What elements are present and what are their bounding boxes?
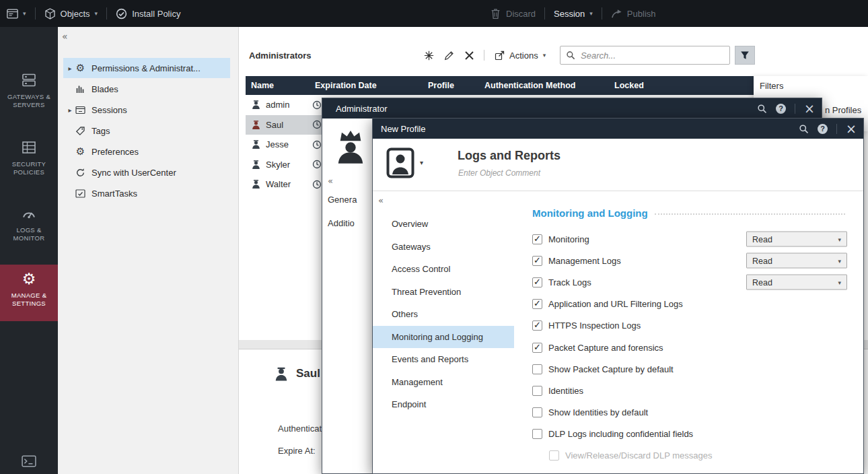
search-icon[interactable]: [799, 124, 809, 134]
actions-export-icon: [495, 50, 505, 61]
caret-down-icon[interactable]: ▾: [420, 159, 423, 166]
sidebar-item-logs-monitor[interactable]: LOGS & MONITOR: [0, 199, 58, 253]
permission-dropdown[interactable]: Read▾: [746, 275, 847, 290]
option-row[interactable]: ✓Management LogsRead▾: [532, 250, 846, 271]
checkbox-monitoring[interactable]: ✓: [532, 234, 542, 244]
admin-name: Skyler: [266, 160, 290, 170]
admin-name: admin: [266, 100, 289, 110]
profile-nav-access-control[interactable]: Access Control: [373, 258, 514, 281]
option-row[interactable]: ✓Packet Capture and forensics: [532, 337, 846, 358]
nav-item-tags[interactable]: Tags: [63, 121, 230, 141]
checkbox-application-and-url-filtering-logs[interactable]: ✓: [532, 299, 542, 309]
column-header-expiration-date[interactable]: Expiration Date: [310, 76, 423, 95]
checkbox-show-identities-by-default[interactable]: [532, 407, 542, 417]
install-policy-label: Install Policy: [132, 9, 180, 19]
sidebar-item-gateways-servers[interactable]: GATEWAYS & SERVERS: [0, 66, 58, 120]
profile-nav-endpoint[interactable]: Endpoint: [373, 393, 514, 416]
section-heading: Monitoring and Logging: [532, 207, 648, 219]
tag-icon: [75, 126, 85, 136]
sync-icon: [75, 168, 85, 178]
profile-nav-monitoring-and-logging[interactable]: Monitoring and Logging: [373, 326, 514, 349]
checkbox-identities[interactable]: [532, 386, 542, 396]
option-row[interactable]: ✓HTTPS Inspection Logs: [532, 315, 846, 337]
option-row[interactable]: Show Identities by default: [532, 402, 846, 424]
option-row[interactable]: Identities: [532, 380, 846, 401]
checkbox-view-release-discard-dlp-messages[interactable]: [549, 450, 559, 461]
filter-button[interactable]: [735, 46, 755, 65]
divider: [795, 104, 795, 114]
publish-button[interactable]: Publish: [604, 0, 663, 27]
profile-badge-icon[interactable]: [386, 146, 414, 180]
search-icon[interactable]: [757, 104, 767, 114]
option-row[interactable]: ✓Track LogsRead▾: [532, 271, 846, 293]
column-header-authentication-method[interactable]: Authentication Method: [479, 76, 609, 95]
expiration-clock-icon: [312, 100, 322, 110]
profile-nav-threat-prevention[interactable]: Threat Prevention: [373, 281, 514, 304]
nav-item-permissions-administrat[interactable]: ▸⚙Permissions & Administrat...: [63, 58, 230, 78]
actions-menu-button[interactable]: Actions ▾: [489, 46, 551, 65]
collapse-dialog-nav-button[interactable]: «: [328, 176, 333, 186]
checkbox-management-logs[interactable]: ✓: [532, 256, 542, 266]
divider: [35, 7, 36, 20]
nav-item-label: SmartTasks: [92, 189, 137, 199]
profile-nav-management[interactable]: Management: [373, 371, 514, 394]
permission-dropdown[interactable]: Read▾: [746, 253, 847, 269]
checkmark-icon: ✓: [534, 320, 541, 330]
collapse-dialog-nav-button[interactable]: «: [378, 195, 384, 205]
column-header-profile[interactable]: Profile: [423, 76, 479, 95]
new-button[interactable]: [419, 46, 439, 65]
checkbox-track-logs[interactable]: ✓: [532, 277, 542, 287]
search-input[interactable]: [560, 46, 730, 65]
nav-item-label: Sync with UserCenter: [92, 168, 176, 178]
checkbox-show-packet-capture-by-default[interactable]: [532, 364, 542, 374]
nav-item-sessions[interactable]: ▸Sessions: [63, 100, 230, 120]
option-row[interactable]: View/Release/Discard DLP messages: [532, 445, 846, 467]
terminal-icon[interactable]: [22, 455, 36, 467]
objects-cube-icon: [44, 8, 56, 20]
sidebar-item-security-policies[interactable]: SECURITY POLICIES: [0, 133, 58, 187]
option-row[interactable]: Show Packet Capture by default: [532, 358, 846, 380]
close-icon[interactable]: ×: [804, 104, 815, 114]
help-icon[interactable]: ?: [776, 104, 786, 114]
permission-dropdown[interactable]: Read▾: [746, 232, 847, 247]
new-icon: [424, 50, 434, 61]
collapse-panel-button[interactable]: «: [62, 31, 68, 42]
objects-menu-button[interactable]: Objects ▾: [38, 0, 105, 27]
option-row[interactable]: ✓Application and URL Filtering Logs: [532, 294, 846, 315]
column-header-name[interactable]: Name: [246, 76, 310, 95]
main-menu-button[interactable]: ▾: [0, 0, 33, 27]
checkmark-icon: ✓: [534, 234, 541, 244]
profiles-item-fragment[interactable]: n Profiles: [825, 105, 861, 115]
profile-nav-overview[interactable]: Overview: [373, 213, 514, 236]
nav-item-smarttasks[interactable]: SmartTasks: [63, 183, 230, 203]
profile-nav-gateways[interactable]: Gateways: [373, 236, 514, 259]
checkbox-packet-capture-and-forensics[interactable]: ✓: [532, 343, 542, 353]
admin-dialog-nav-genera[interactable]: Genera: [328, 195, 357, 205]
edit-button[interactable]: [439, 46, 459, 65]
session-menu-button[interactable]: Session ▾: [547, 0, 600, 27]
admin-dialog-nav-additio[interactable]: Additio: [328, 218, 357, 228]
discard-button[interactable]: Discard: [483, 0, 542, 27]
delete-button[interactable]: [459, 46, 479, 65]
install-policy-button[interactable]: Install Policy: [109, 0, 187, 27]
divider: [602, 7, 602, 20]
nav-item-sync-with-usercenter[interactable]: Sync with UserCenter: [63, 162, 230, 182]
nav-item-preferences[interactable]: ⚙Preferences: [63, 141, 230, 162]
sidebar-item-label: SECURITY POLICIES: [3, 160, 55, 177]
option-row[interactable]: DLP Logs including confidential fields: [532, 424, 846, 445]
help-icon[interactable]: ?: [818, 124, 828, 134]
filters-panel-title: Filters: [760, 81, 783, 91]
checkbox-https-inspection-logs[interactable]: ✓: [532, 320, 542, 331]
profile-nav-others[interactable]: Others: [373, 303, 514, 326]
sidebar-item-manage-settings[interactable]: ⚙MANAGE & SETTINGS: [0, 265, 58, 321]
profile-header: ▾ Logs and Reports Enter Object Comment: [373, 139, 863, 191]
nav-item-blades[interactable]: Blades: [63, 79, 230, 99]
checkmark-icon: ✓: [534, 342, 541, 352]
column-header-locked[interactable]: Locked: [609, 76, 754, 95]
option-row[interactable]: ✓MonitoringRead▾: [532, 228, 846, 250]
option-label: Management Logs: [548, 256, 621, 266]
checkbox-dlp-logs-including-confidential-fields[interactable]: [532, 429, 542, 439]
profile-nav-events-and-reports[interactable]: Events and Reports: [373, 348, 514, 371]
object-comment-field[interactable]: Enter Object Comment: [458, 168, 540, 178]
close-icon[interactable]: ×: [846, 124, 857, 134]
